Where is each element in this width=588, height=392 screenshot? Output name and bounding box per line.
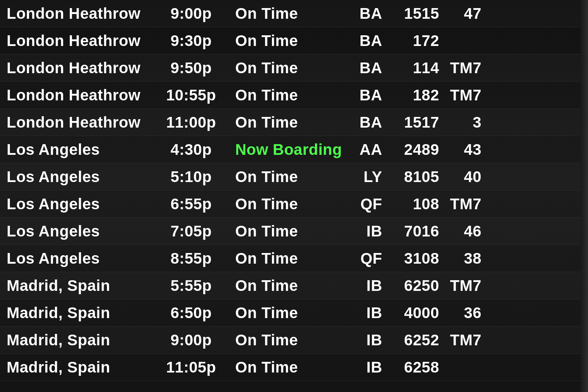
airline-code: BA <box>349 32 386 50</box>
departure-time: 10:55p <box>158 86 224 104</box>
departure-time: 4:30p <box>158 141 224 158</box>
flight-row: Los Angeles 4:30p Now Boarding AA 2489 4… <box>0 136 588 163</box>
flight-number: 7016 <box>386 222 445 240</box>
gate-number: TM7 <box>445 59 489 77</box>
flight-status: On Time <box>224 59 349 77</box>
flight-status: On Time <box>224 331 349 349</box>
departure-time: 9:00p <box>158 5 224 22</box>
flight-status: On Time <box>224 304 349 322</box>
flight-number: 114 <box>386 59 445 77</box>
flight-row: London Heathrow 10:55p On Time BA 182 TM… <box>0 82 588 109</box>
departure-time: 9:00p <box>158 331 224 349</box>
gate-number: 47 <box>445 5 489 22</box>
gate-number: 43 <box>445 141 489 158</box>
destination: Los Angeles <box>4 141 158 158</box>
airline-code: LY <box>349 168 386 186</box>
airline-code: AA <box>349 141 386 158</box>
gate-number: TM7 <box>445 195 489 213</box>
destination: London Heathrow <box>4 59 158 77</box>
departure-time: 5:10p <box>158 168 224 186</box>
flight-number: 3108 <box>386 250 445 267</box>
flight-number: 6258 <box>386 359 445 376</box>
flight-number: 6252 <box>386 331 445 349</box>
departure-time: 11:05p <box>158 359 224 376</box>
flight-number: 1517 <box>386 114 445 131</box>
flight-row: Los Angeles 8:55p On Time QF 3108 38 <box>0 245 588 272</box>
flight-number: 108 <box>386 195 445 213</box>
destination: Los Angeles <box>4 222 158 240</box>
destination: Madrid, Spain <box>4 359 158 376</box>
flight-status: On Time <box>224 277 349 295</box>
flight-number: 1515 <box>386 5 445 22</box>
airline-code: BA <box>349 86 386 104</box>
flight-status: On Time <box>224 32 349 50</box>
gate-number: TM7 <box>445 277 489 295</box>
departure-time: 8:55p <box>158 250 224 267</box>
flight-number: 4000 <box>386 304 445 322</box>
departure-time: 9:50p <box>158 59 224 77</box>
airline-code: IB <box>349 277 386 295</box>
departure-time: 7:05p <box>158 222 224 240</box>
destination: Los Angeles <box>4 195 158 213</box>
gate-number: 36 <box>445 304 489 322</box>
flight-row: London Heathrow 9:50p On Time BA 114 TM7 <box>0 54 588 82</box>
airline-code: BA <box>349 59 386 77</box>
airline-code: QF <box>349 195 386 213</box>
destination: Madrid, Spain <box>4 331 158 349</box>
destination: London Heathrow <box>4 114 158 131</box>
departure-time: 11:00p <box>158 114 224 131</box>
flight-number: 2489 <box>386 141 445 158</box>
right-border <box>581 0 588 392</box>
airline-code: IB <box>349 359 386 376</box>
flight-number: 172 <box>386 32 445 50</box>
gate-number: 38 <box>445 250 489 267</box>
flight-status: On Time <box>224 5 349 22</box>
destination: Madrid, Spain <box>4 277 158 295</box>
gate-number: 40 <box>445 168 489 186</box>
gate-number: TM7 <box>445 86 489 104</box>
flight-status: On Time <box>224 168 349 186</box>
airline-code: IB <box>349 222 386 240</box>
gate-number: TM7 <box>445 331 489 349</box>
gate-number: 46 <box>445 222 489 240</box>
destination: Los Angeles <box>4 250 158 267</box>
airline-code: IB <box>349 304 386 322</box>
flight-row: Madrid, Spain 11:05p On Time IB 6258 <box>0 354 588 381</box>
destination: Los Angeles <box>4 168 158 186</box>
flight-row: London Heathrow 9:00p On Time BA 1515 47 <box>0 0 588 27</box>
flight-row: Los Angeles 7:05p On Time IB 7016 46 <box>0 218 588 245</box>
destination: Madrid, Spain <box>4 304 158 322</box>
destination: London Heathrow <box>4 32 158 50</box>
flight-row: Madrid, Spain 9:00p On Time IB 6252 TM7 <box>0 327 588 354</box>
departure-time: 6:50p <box>158 304 224 322</box>
flight-row: Madrid, Spain 6:50p On Time IB 4000 36 <box>0 299 588 327</box>
airline-code: BA <box>349 5 386 22</box>
flight-row: Los Angeles 6:55p On Time QF 108 TM7 <box>0 190 588 218</box>
airline-code: QF <box>349 250 386 267</box>
departure-time: 5:55p <box>158 277 224 295</box>
departure-board: London Heathrow 9:00p On Time BA 1515 47… <box>0 0 588 392</box>
flight-status: On Time <box>224 86 349 104</box>
flight-status: On Time <box>224 195 349 213</box>
flight-row: London Heathrow 9:30p On Time BA 172 <box>0 27 588 54</box>
flight-status: Now Boarding <box>224 141 349 158</box>
flight-row: Los Angeles 5:10p On Time LY 8105 40 <box>0 163 588 190</box>
gate-number: 3 <box>445 114 489 131</box>
flight-number: 182 <box>386 86 445 104</box>
flight-status: On Time <box>224 114 349 131</box>
flight-number: 6250 <box>386 277 445 295</box>
flight-row: Madrid, Spain 5:55p On Time IB 6250 TM7 <box>0 272 588 299</box>
flight-number: 8105 <box>386 168 445 186</box>
flight-status: On Time <box>224 250 349 267</box>
departure-time: 9:30p <box>158 32 224 50</box>
flight-status: On Time <box>224 222 349 240</box>
airline-code: BA <box>349 114 386 131</box>
flight-status: On Time <box>224 359 349 376</box>
flight-row: London Heathrow 11:00p On Time BA 1517 3 <box>0 109 588 136</box>
destination: London Heathrow <box>4 86 158 104</box>
airline-code: IB <box>349 331 386 349</box>
departure-time: 6:55p <box>158 195 224 213</box>
destination: London Heathrow <box>4 5 158 22</box>
